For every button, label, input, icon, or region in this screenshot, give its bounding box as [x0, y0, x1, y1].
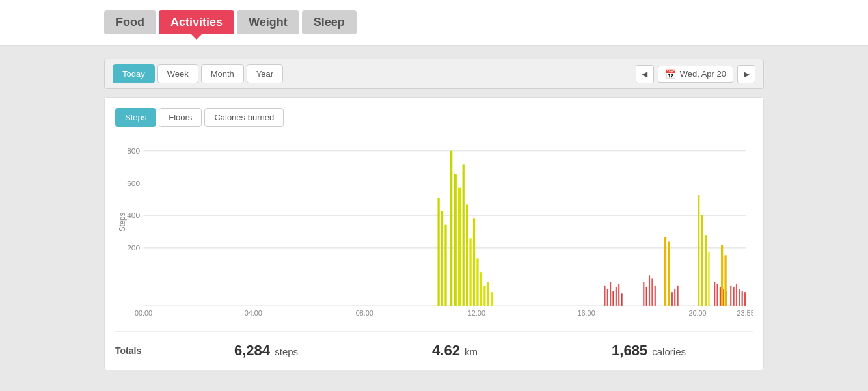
period-buttons: Today Week Month Year	[113, 64, 283, 83]
period-week[interactable]: Week	[157, 64, 198, 83]
svg-rect-31	[441, 211, 443, 306]
svg-rect-51	[701, 215, 703, 306]
svg-rect-52	[705, 235, 707, 306]
svg-rect-34	[607, 289, 608, 306]
svg-rect-55	[716, 284, 718, 306]
svg-rect-42	[649, 275, 650, 306]
svg-rect-22	[466, 205, 468, 306]
tab-weight[interactable]: Weight	[237, 10, 299, 34]
svg-rect-20	[458, 188, 461, 306]
totals-label: Totals	[115, 345, 167, 356]
svg-rect-28	[487, 282, 489, 306]
period-bar: Today Week Month Year ◀ 📅 Wed, Apr 20 ▶	[104, 59, 764, 89]
totals-steps: 6,284 steps	[234, 342, 298, 359]
svg-rect-66	[744, 292, 746, 306]
svg-text:23:55: 23:55	[737, 310, 753, 317]
date-next-button[interactable]: ▶	[737, 65, 755, 83]
content-area: Today Week Month Year ◀ 📅 Wed, Apr 20 ▶ …	[0, 46, 868, 383]
svg-text:20:00: 20:00	[688, 310, 706, 317]
svg-rect-37	[616, 287, 617, 306]
svg-rect-26	[480, 272, 482, 306]
svg-rect-61	[730, 286, 731, 306]
chart-area: 800 600 400 200 Steps 00:00 04:00 08:00 …	[115, 137, 753, 326]
svg-rect-30	[437, 198, 439, 306]
tab-activities[interactable]: Activities	[159, 10, 234, 34]
totals-items: 6,284 steps 4.62 km 1,685 calories	[167, 342, 753, 359]
tab-sleep[interactable]: Sleep	[302, 10, 357, 34]
svg-rect-54	[714, 282, 715, 306]
svg-rect-25	[476, 258, 478, 305]
svg-rect-39	[621, 293, 622, 306]
totals-calories-value: 1,685	[612, 342, 647, 358]
svg-rect-32	[444, 225, 446, 306]
svg-rect-56	[720, 287, 721, 306]
chart-tabs: Steps Floors Calories burned	[115, 108, 753, 127]
svg-rect-38	[618, 284, 619, 306]
totals-bar: Totals 6,284 steps 4.62 km 1,685 calorie…	[115, 331, 753, 359]
period-month[interactable]: Month	[201, 64, 244, 83]
chart-tab-floors[interactable]: Floors	[159, 108, 202, 127]
date-display: 📅 Wed, Apr 20	[658, 66, 733, 83]
svg-rect-21	[463, 164, 465, 305]
svg-text:12:00: 12:00	[468, 310, 485, 317]
svg-rect-63	[736, 284, 737, 306]
svg-rect-27	[483, 286, 485, 306]
svg-rect-23	[469, 238, 471, 306]
svg-text:00:00: 00:00	[135, 310, 152, 317]
svg-rect-59	[721, 245, 723, 306]
chart-tab-steps[interactable]: Steps	[115, 108, 156, 127]
totals-km: 4.62 km	[432, 342, 478, 359]
svg-rect-19	[454, 174, 456, 306]
svg-text:800: 800	[127, 146, 140, 155]
svg-text:16:00: 16:00	[578, 310, 595, 317]
svg-text:600: 600	[127, 179, 140, 187]
tab-food[interactable]: Food	[104, 10, 156, 34]
svg-rect-36	[612, 291, 614, 306]
totals-km-value: 4.62	[432, 342, 460, 358]
chart-tab-calories-burned[interactable]: Calories burned	[204, 108, 284, 127]
svg-rect-35	[610, 282, 611, 306]
period-year[interactable]: Year	[247, 64, 283, 83]
svg-rect-45	[664, 237, 666, 306]
svg-text:08:00: 08:00	[356, 310, 373, 317]
date-nav: ◀ 📅 Wed, Apr 20 ▶	[636, 65, 755, 83]
top-nav: Food Activities Weight Sleep	[0, 0, 868, 46]
svg-rect-24	[473, 218, 475, 306]
svg-rect-43	[651, 279, 653, 306]
svg-rect-47	[671, 292, 673, 306]
svg-text:04:00: 04:00	[245, 310, 262, 317]
svg-rect-29	[491, 292, 493, 306]
totals-calories-unit: calories	[652, 346, 686, 357]
svg-rect-41	[646, 287, 647, 306]
svg-text:200: 200	[127, 243, 140, 252]
svg-rect-46	[668, 242, 670, 306]
period-today[interactable]: Today	[113, 64, 155, 83]
totals-calories: 1,685 calories	[612, 342, 686, 359]
svg-rect-48	[674, 289, 675, 306]
svg-rect-44	[655, 286, 656, 306]
totals-steps-unit: steps	[275, 346, 298, 357]
chart-panel: Steps Floors Calories burned 800 600	[104, 97, 764, 370]
calendar-icon: 📅	[665, 69, 676, 79]
svg-rect-49	[677, 286, 678, 306]
svg-rect-53	[708, 252, 709, 306]
svg-rect-50	[698, 195, 699, 306]
date-text: Wed, Apr 20	[680, 69, 726, 79]
steps-chart: 800 600 400 200 Steps 00:00 04:00 08:00 …	[115, 137, 753, 326]
svg-rect-62	[733, 287, 735, 306]
main-container: Food Activities Weight Sleep Today Week …	[0, 0, 868, 383]
svg-rect-40	[643, 282, 644, 306]
svg-rect-33	[604, 286, 605, 306]
svg-rect-60	[724, 255, 726, 306]
totals-steps-value: 6,284	[234, 342, 270, 358]
svg-text:Steps: Steps	[118, 213, 126, 232]
svg-rect-65	[742, 291, 743, 306]
svg-rect-64	[739, 289, 740, 306]
svg-text:400: 400	[127, 211, 140, 220]
date-prev-button[interactable]: ◀	[636, 65, 654, 83]
totals-km-unit: km	[465, 346, 478, 357]
svg-rect-18	[450, 151, 452, 306]
